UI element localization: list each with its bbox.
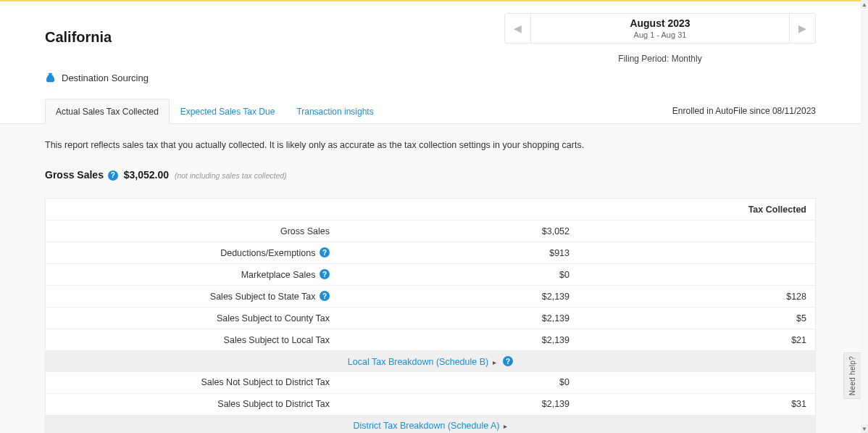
table-row: Sales Subject to Local Tax $2,139 $21 bbox=[46, 329, 815, 351]
district-tax-breakdown-link[interactable]: District Tax Breakdown (Schedule A)▸ bbox=[354, 421, 508, 431]
help-icon[interactable]: ? bbox=[503, 356, 513, 366]
table-row: Sales Subject to District Tax $2,139 $31 bbox=[46, 394, 815, 416]
table-row: Sales Subject to County Tax $2,139 $5 bbox=[46, 308, 815, 329]
gross-sales-note: (not including sales tax collected) bbox=[175, 171, 287, 180]
scrollbar-track[interactable] bbox=[861, 9, 868, 424]
page-scroll[interactable]: California ◀ August 2023 Aug 1 - Aug 31 … bbox=[0, 0, 861, 433]
help-icon[interactable]: ? bbox=[320, 269, 330, 279]
chevron-right-icon: ▶ bbox=[798, 22, 806, 34]
local-tax-breakdown-link[interactable]: Local Tax Breakdown (Schedule B)▸ bbox=[348, 357, 496, 367]
row-label: Gross Sales bbox=[46, 222, 335, 241]
date-prev-button[interactable]: ◀ bbox=[505, 14, 531, 43]
need-help-tab[interactable]: Need help? bbox=[843, 352, 861, 399]
date-block: ◀ August 2023 Aug 1 - Aug 31 ▶ Filing Pe… bbox=[504, 13, 816, 64]
help-icon[interactable]: ? bbox=[320, 247, 330, 257]
district-tax-breakdown-row: District Tax Breakdown (Schedule A)▸ bbox=[46, 416, 815, 434]
date-main-label: August 2023 bbox=[531, 17, 789, 30]
tabs-row: Actual Sales Tax Collected Expected Sale… bbox=[0, 98, 861, 124]
row-label: Sales Subject to Local Tax bbox=[46, 331, 335, 350]
row-amount: $2,139 bbox=[335, 287, 575, 306]
local-tax-breakdown-row: Local Tax Breakdown (Schedule B)▸ ? bbox=[46, 351, 815, 372]
table-row: Gross Sales $3,052 bbox=[46, 220, 815, 242]
table-header-tax: Tax Collected bbox=[575, 200, 815, 219]
help-icon[interactable]: ? bbox=[320, 291, 330, 301]
scrollbar-down[interactable]: ▼ bbox=[861, 424, 868, 433]
row-tax bbox=[575, 249, 815, 257]
sourcing-label: Destination Sourcing bbox=[62, 73, 149, 83]
table-row: Marketplace Sales ? $0 bbox=[46, 264, 815, 286]
table-row: Sales Subject to State Tax ? $2,139 $128 bbox=[46, 286, 815, 308]
content-area: This report reflects sales tax that you … bbox=[0, 124, 861, 433]
tabs: Actual Sales Tax Collected Expected Sale… bbox=[45, 98, 385, 123]
sourcing-row: $ Destination Sourcing bbox=[0, 64, 861, 85]
row-amount: $0 bbox=[335, 373, 575, 392]
row-label: Marketplace Sales ? bbox=[46, 265, 335, 284]
tab-actual-sales-tax[interactable]: Actual Sales Tax Collected bbox=[45, 99, 170, 124]
row-label: Sales Subject to District Tax bbox=[46, 395, 335, 413]
svg-text:$: $ bbox=[49, 76, 52, 81]
row-label: Sales Not Subject to District Tax bbox=[46, 373, 335, 392]
tab-transaction-insights[interactable]: Transaction insights bbox=[285, 99, 384, 124]
row-label: Sales Subject to State Tax ? bbox=[46, 286, 335, 306]
row-label: Sales Subject to County Tax bbox=[46, 309, 335, 328]
row-amount: $0 bbox=[335, 265, 575, 284]
row-tax bbox=[575, 271, 815, 279]
row-amount: $2,139 bbox=[335, 331, 575, 350]
table-header-row: Tax Collected bbox=[46, 199, 815, 220]
date-sub-label: Aug 1 - Aug 31 bbox=[531, 30, 789, 40]
row-tax bbox=[575, 378, 815, 387]
row-tax: $31 bbox=[575, 395, 815, 413]
table-header-blank2 bbox=[335, 205, 575, 214]
row-amount: $2,139 bbox=[335, 309, 575, 328]
header: California ◀ August 2023 Aug 1 - Aug 31 … bbox=[0, 1, 861, 64]
gross-sales-summary: Gross Sales ? $3,052.00 (not including s… bbox=[45, 169, 816, 181]
row-amount: $2,139 bbox=[335, 395, 575, 413]
table-row: Sales Not Subject to District Tax $0 bbox=[46, 372, 815, 394]
date-next-button[interactable]: ▶ bbox=[789, 14, 815, 43]
autofile-status: Enrolled in AutoFile since 08/11/2023 bbox=[672, 106, 816, 123]
chevron-left-icon: ◀ bbox=[514, 22, 522, 34]
row-tax: $128 bbox=[575, 287, 815, 306]
table-row: Deductions/Exemptions ? $913 bbox=[46, 242, 815, 264]
help-icon[interactable]: ? bbox=[108, 170, 118, 181]
row-tax: $21 bbox=[575, 331, 815, 350]
row-tax: $5 bbox=[575, 309, 815, 328]
table-header-blank1 bbox=[46, 205, 335, 214]
row-label: Deductions/Exemptions ? bbox=[46, 243, 335, 263]
money-bag-icon: $ bbox=[45, 72, 56, 86]
row-amount: $3,052 bbox=[335, 222, 575, 241]
date-navigator: ◀ August 2023 Aug 1 - Aug 31 ▶ bbox=[504, 13, 816, 44]
caret-right-icon: ▸ bbox=[504, 422, 507, 430]
report-description: This report reflects sales tax that you … bbox=[45, 140, 816, 150]
row-amount: $913 bbox=[335, 244, 575, 263]
row-tax bbox=[575, 227, 815, 236]
page-title: California bbox=[45, 29, 112, 46]
tax-table: Tax Collected Gross Sales $3,052 Deducti… bbox=[45, 198, 816, 433]
date-display[interactable]: August 2023 Aug 1 - Aug 31 bbox=[531, 14, 789, 43]
gross-sales-amount: $3,052.00 bbox=[124, 169, 169, 181]
caret-right-icon: ▸ bbox=[493, 358, 496, 366]
gross-sales-label: Gross Sales bbox=[45, 169, 104, 181]
tab-expected-sales-tax[interactable]: Expected Sales Tax Due bbox=[170, 99, 286, 124]
scrollbar-up[interactable]: ▲ bbox=[861, 0, 868, 9]
need-help-label: Need help? bbox=[848, 356, 856, 395]
filing-period-label: Filing Period: Monthly bbox=[504, 54, 816, 64]
